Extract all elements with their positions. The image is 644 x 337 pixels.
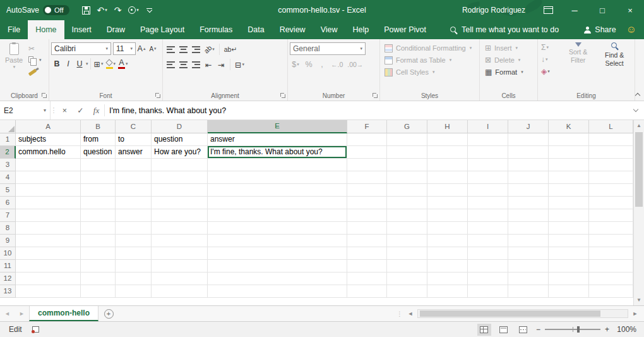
alignment-dialog-launcher-icon[interactable]: [280, 93, 285, 98]
cell-H7[interactable]: [427, 209, 468, 222]
cell-D3[interactable]: [152, 159, 208, 171]
cell-G6[interactable]: [387, 197, 427, 209]
cell-L2[interactable]: [589, 146, 633, 159]
cell-A11[interactable]: [16, 260, 81, 273]
copy-button[interactable]: ▾: [28, 55, 42, 65]
column-header-F[interactable]: F: [347, 120, 387, 133]
font-size-combo[interactable]: 11▾: [113, 42, 136, 55]
cell-L10[interactable]: [589, 247, 633, 260]
zoom-slider-thumb[interactable]: [577, 326, 580, 333]
row-header-5[interactable]: 5: [0, 184, 16, 197]
cell-I5[interactable]: [468, 184, 508, 197]
cell-D1[interactable]: question: [152, 133, 208, 146]
cell-E7[interactable]: [208, 209, 347, 222]
enter-button[interactable]: ✓: [73, 101, 88, 119]
autosave-toggle[interactable]: AutoSave Off: [6, 5, 69, 15]
insert-function-button[interactable]: fx: [88, 101, 104, 119]
cell-E6[interactable]: [208, 197, 347, 209]
cell-J2[interactable]: [508, 146, 549, 159]
name-box-dropdown-icon[interactable]: ▾: [44, 107, 46, 113]
cell-D10[interactable]: [152, 247, 208, 260]
cell-C3[interactable]: [116, 159, 152, 171]
cell-L13[interactable]: [589, 285, 633, 298]
fill-color-dropdown-icon[interactable]: ▾: [114, 61, 116, 66]
ribbon-tab-power-pivot[interactable]: Power Pivot: [376, 20, 434, 39]
cell-G12[interactable]: [387, 273, 427, 285]
borders-button[interactable]: ⊞▾: [93, 58, 105, 70]
cell-J10[interactable]: [508, 247, 549, 260]
next-sheet-button[interactable]: ►: [15, 306, 29, 321]
cell-H10[interactable]: [427, 247, 468, 260]
row-header-3[interactable]: 3: [0, 159, 16, 171]
cell-B1[interactable]: from: [81, 133, 116, 146]
column-header-D[interactable]: D: [152, 120, 208, 133]
expand-formula-bar-button[interactable]: [628, 101, 644, 119]
cell-C8[interactable]: [116, 222, 152, 235]
scroll-left-button[interactable]: ◄: [405, 310, 415, 317]
undo-dropdown-icon[interactable]: ▾: [105, 8, 107, 13]
cell-D7[interactable]: [152, 209, 208, 222]
cell-C7[interactable]: [116, 209, 152, 222]
cancel-button[interactable]: ×: [57, 101, 73, 119]
cell-H13[interactable]: [427, 285, 468, 298]
new-sheet-button[interactable]: +: [98, 306, 119, 321]
decrease-decimal-button[interactable]: .00→: [346, 58, 364, 71]
ribbon-tab-data[interactable]: Data: [240, 20, 271, 39]
shrink-font-button[interactable]: A▾: [147, 42, 158, 55]
cell-J1[interactable]: [508, 133, 549, 146]
cell-G4[interactable]: [387, 171, 427, 184]
column-header-H[interactable]: H: [427, 120, 468, 133]
cell-A7[interactable]: [16, 209, 81, 222]
ribbon-tab-formulas[interactable]: Formulas: [192, 20, 240, 39]
cell-K8[interactable]: [549, 222, 589, 235]
font-color-dropdown-icon[interactable]: ▾: [126, 61, 128, 66]
cell-G11[interactable]: [387, 260, 427, 273]
cell-D13[interactable]: [152, 285, 208, 298]
ribbon-tab-review[interactable]: Review: [272, 20, 313, 39]
row-header-8[interactable]: 8: [0, 222, 16, 235]
increase-decimal-button[interactable]: ←.0: [330, 58, 344, 71]
cell-A5[interactable]: [16, 184, 81, 197]
comma-style-button[interactable]: ,: [316, 58, 328, 71]
cell-G10[interactable]: [387, 247, 427, 260]
cell-E3[interactable]: [208, 159, 347, 171]
cell-F7[interactable]: [347, 209, 387, 222]
row-header-9[interactable]: 9: [0, 235, 16, 247]
cell-D9[interactable]: [152, 235, 208, 247]
paste-button[interactable]: Paste ▾: [2, 43, 26, 90]
insert-cells-button[interactable]: ⊞ Insert ▾: [482, 42, 535, 54]
name-box[interactable]: E2 ▾: [0, 101, 51, 119]
autosum-button[interactable]: Σ▾: [540, 42, 560, 52]
cell-B9[interactable]: [81, 235, 116, 247]
orientation-button[interactable]: ab▾: [203, 43, 216, 56]
cell-D8[interactable]: [152, 222, 208, 235]
cell-H6[interactable]: [427, 197, 468, 209]
cell-G8[interactable]: [387, 222, 427, 235]
cell-E8[interactable]: [208, 222, 347, 235]
grow-font-button[interactable]: A▴: [136, 42, 147, 55]
decrease-indent-button[interactable]: ⇤: [203, 58, 214, 71]
ribbon-tab-view[interactable]: View: [313, 20, 345, 39]
cell-I7[interactable]: [468, 209, 508, 222]
row-header-13[interactable]: 13: [0, 285, 16, 298]
horizontal-scroll-track[interactable]: [417, 309, 628, 318]
horizontal-scrollbar[interactable]: ⋮ ◄ ►: [397, 306, 644, 321]
collapse-ribbon-button[interactable]: [635, 92, 641, 97]
cell-D5[interactable]: [152, 184, 208, 197]
cell-K13[interactable]: [549, 285, 589, 298]
column-header-C[interactable]: C: [116, 120, 152, 133]
cell-E11[interactable]: [208, 260, 347, 273]
cell-J7[interactable]: [508, 209, 549, 222]
font-size-dropdown-icon[interactable]: ▾: [130, 46, 133, 51]
cell-A12[interactable]: [16, 273, 81, 285]
maximize-button[interactable]: □: [588, 0, 616, 20]
cell-J9[interactable]: [508, 235, 549, 247]
cell-I13[interactable]: [468, 285, 508, 298]
cell-G13[interactable]: [387, 285, 427, 298]
column-header-L[interactable]: L: [589, 120, 633, 133]
redo-button[interactable]: ↷: [111, 3, 125, 18]
percent-style-button[interactable]: %: [303, 58, 314, 71]
fill-color-button[interactable]: ▾: [105, 58, 117, 70]
share-button[interactable]: Share: [584, 25, 616, 34]
bottom-align-button[interactable]: [190, 43, 201, 56]
